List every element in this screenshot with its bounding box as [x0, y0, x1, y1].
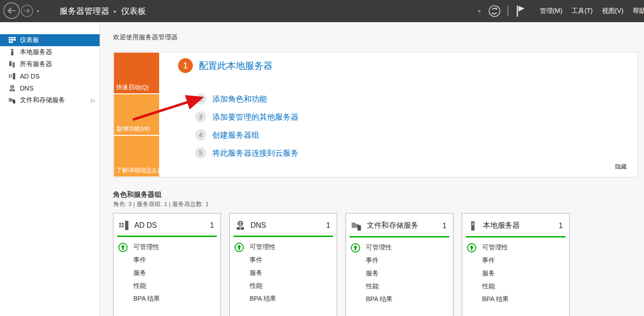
- card-item-services[interactable]: 服务: [113, 267, 221, 280]
- nav-history-caret-icon[interactable]: ▼: [36, 9, 40, 14]
- add-other-servers-link[interactable]: 添加要管理的其他服务器: [212, 112, 298, 122]
- tile-label: 了解详细信息(L): [116, 166, 160, 175]
- sidebar-item-dns[interactable]: DNS: [0, 82, 100, 94]
- page-title: 仪表板: [121, 6, 146, 17]
- roles-section-heading: 角色和服务器组: [113, 190, 161, 199]
- tile-label: 快速启动(Q): [116, 83, 149, 91]
- card-item-label: 服务: [133, 269, 146, 277]
- card-header[interactable]: 本地服务器 1: [462, 213, 569, 236]
- back-button[interactable]: [3, 2, 20, 19]
- sidebar-item-all-servers[interactable]: 所有服务器: [0, 58, 100, 70]
- card-item-label: 可管理性: [250, 243, 275, 251]
- refresh-icon[interactable]: [488, 5, 501, 18]
- card-item-bpa-results[interactable]: BPA 结果: [462, 293, 569, 306]
- card-item-manageability[interactable]: 可管理性: [230, 241, 337, 254]
- sidebar-item-local-server[interactable]: 本地服务器: [0, 46, 100, 58]
- server-count: 1: [326, 221, 330, 230]
- card-item-label: BPA 结果: [250, 295, 276, 303]
- local-server-icon: [9, 49, 16, 55]
- status-rule: [350, 236, 449, 237]
- status-rule: [233, 236, 333, 237]
- sidebar-item-label: 文件和存储服务: [20, 96, 65, 104]
- arrow-right-icon: [24, 8, 30, 13]
- card-item-bpa-results[interactable]: BPA 结果: [230, 292, 337, 305]
- card-item-label: 可管理性: [482, 243, 508, 252]
- card-title: 文件和存储服务: [367, 221, 442, 231]
- file-storage-icon: [9, 97, 16, 103]
- role-card-local-server: 本地服务器 1 可管理性 事件 服务 性能 BPA 结果: [462, 213, 570, 316]
- card-item-performance[interactable]: 性能: [462, 280, 569, 293]
- menu-manage[interactable]: 管理(M): [540, 7, 562, 15]
- menu-help[interactable]: 帮助(H): [632, 7, 644, 15]
- server-count: 1: [559, 222, 563, 230]
- menu-tools[interactable]: 工具(T): [572, 7, 593, 15]
- step-number-badge: 3: [195, 111, 206, 122]
- card-item-services[interactable]: 服务: [462, 267, 569, 280]
- menu-view[interactable]: 视图(V): [602, 7, 624, 15]
- role-card-file-storage: 文件和存储服务 1 可管理性 事件 服务 性能 BPA 结果: [346, 213, 453, 316]
- step-number-badge: 4: [195, 129, 206, 140]
- card-item-manageability[interactable]: 可管理性: [462, 241, 569, 254]
- configure-local-server-link[interactable]: 配置此本地服务器: [199, 60, 273, 72]
- dns-icon: [9, 85, 16, 91]
- card-header[interactable]: 文件和存储服务 1: [346, 213, 453, 236]
- titlebar-menus: 管理(M) 工具(T) 视图(V) 帮助(H): [540, 7, 644, 15]
- step-add-other-servers: 3 添加要管理的其他服务器: [195, 111, 298, 122]
- card-item-bpa-results[interactable]: BPA 结果: [346, 293, 453, 306]
- dashboard-icon: [9, 37, 16, 43]
- add-roles-features-link[interactable]: 添加角色和功能: [212, 94, 267, 104]
- welcome-heading: 欢迎使用服务器管理器: [113, 33, 178, 42]
- connect-cloud-link[interactable]: 将此服务器连接到云服务: [212, 148, 298, 158]
- manageability-up-icon: [118, 243, 128, 252]
- manageability-up-icon: [467, 243, 477, 253]
- all-servers-icon: [9, 61, 16, 67]
- card-item-performance[interactable]: 性能: [346, 280, 453, 293]
- manageability-up-icon: [351, 243, 360, 253]
- breadcrumb: 服务器管理器 ▸ 仪表板: [60, 0, 146, 22]
- card-item-events[interactable]: 事件: [230, 254, 337, 267]
- step-add-roles-features: 2 添加角色和功能: [195, 93, 267, 104]
- breadcrumb-separator-icon: ▸: [114, 8, 117, 14]
- hide-link[interactable]: 隐藏: [615, 163, 627, 171]
- card-item-performance[interactable]: 性能: [113, 280, 221, 292]
- forward-button[interactable]: [21, 5, 33, 17]
- card-item-performance[interactable]: 性能: [230, 280, 337, 292]
- sidebar-item-file-storage[interactable]: 文件和存储服务 ▷: [0, 94, 100, 106]
- step-number-badge: 5: [195, 147, 206, 158]
- card-item-events[interactable]: 事件: [346, 254, 453, 267]
- card-item-manageability[interactable]: 可管理性: [346, 241, 453, 254]
- card-item-services[interactable]: 服务: [230, 267, 337, 280]
- card-item-events[interactable]: 事件: [113, 254, 221, 267]
- card-item-events[interactable]: 事件: [462, 254, 569, 267]
- role-card-dns: DNS 1 可管理性 事件 服务 性能 BPA 结果: [229, 213, 337, 316]
- sidebar-item-ad-ds[interactable]: AD DS: [0, 70, 100, 82]
- expand-arrow-icon[interactable]: ▷: [91, 97, 95, 103]
- sidebar-item-dashboard[interactable]: 仪表板: [0, 34, 100, 46]
- card-item-label: 事件: [366, 256, 379, 265]
- tile-quick-start[interactable]: 快速启动(Q): [114, 53, 159, 93]
- card-item-label: 事件: [482, 256, 495, 265]
- dns-icon: [235, 221, 245, 230]
- card-item-label: BPA 结果: [366, 295, 393, 304]
- role-card-ad-ds: AD DS 1 可管理性 事件 服务 性能 BPA 结果: [113, 213, 221, 316]
- titlebar-actions: ▼ 管理(M) 工具(T) 视图(V) 帮助(H): [477, 0, 644, 22]
- notifications-flag-icon[interactable]: [515, 4, 525, 18]
- tile-learn-more[interactable]: 了解详细信息(L): [114, 136, 159, 176]
- arrow-left-icon: [7, 7, 16, 14]
- card-item-label: 可管理性: [366, 243, 392, 252]
- card-item-services[interactable]: 服务: [346, 267, 453, 280]
- tile-whats-new[interactable]: 新增功能(W): [114, 94, 159, 135]
- server-dropdown-caret-icon[interactable]: ▼: [477, 9, 482, 14]
- card-header[interactable]: AD DS 1: [113, 213, 221, 236]
- quickstart-tiles: 快速启动(Q) 新增功能(W) 了解详细信息(L): [114, 53, 159, 177]
- card-item-manageability[interactable]: 可管理性: [113, 241, 221, 254]
- step-configure-local-server: 1 配置此本地服务器: [178, 58, 273, 73]
- create-server-group-link[interactable]: 创建服务器组: [212, 130, 259, 140]
- card-title: 本地服务器: [483, 221, 559, 231]
- card-item-label: 性能: [366, 282, 379, 291]
- card-header[interactable]: DNS 1: [230, 213, 337, 236]
- card-item-bpa-results[interactable]: BPA 结果: [113, 292, 221, 305]
- server-count: 1: [210, 221, 214, 230]
- status-rule: [117, 236, 217, 237]
- card-title: DNS: [250, 221, 326, 230]
